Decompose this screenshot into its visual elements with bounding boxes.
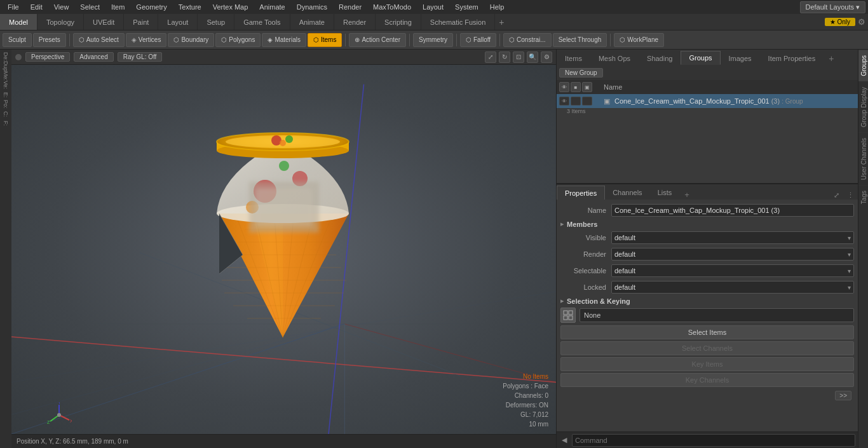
ray-gl-button[interactable]: Ray GL: Off: [118, 52, 163, 62]
tab-item-properties[interactable]: Item Properties: [760, 51, 824, 65]
materials-button[interactable]: ◈ Materials: [262, 33, 306, 47]
left-sidebar-icon-7[interactable]: C:: [1, 109, 11, 118]
select-items-button[interactable]: Select Items: [560, 325, 854, 339]
tab-settings-icon[interactable]: ⚙: [858, 17, 865, 27]
props-more-icon[interactable]: ⋮: [843, 191, 858, 200]
group-row-1[interactable]: 👁 ▣ Cone_Ice_Cream_with_Cap_Mockup_Tropi…: [557, 94, 858, 108]
key-channels-button[interactable]: Key Channels: [560, 373, 854, 387]
name-value[interactable]: Cone_Ice_Cream_with_Cap_Mockup_Tropic_00…: [611, 204, 854, 217]
command-input[interactable]: [572, 434, 855, 447]
scroll-chevron-btn[interactable]: >>: [835, 391, 851, 400]
workplane-button[interactable]: ⬡ WorkPlane: [614, 33, 664, 47]
tab-model[interactable]: Model: [0, 14, 37, 30]
viewport-icon-fit[interactable]: ⊡: [513, 51, 524, 63]
selectable-select[interactable]: default ▾: [611, 264, 854, 277]
menu-item-vertex-map[interactable]: Vertex Map: [208, 2, 254, 12]
action-center-button[interactable]: ⊕ Action Center: [349, 33, 406, 47]
menu-item-texture[interactable]: Texture: [173, 2, 207, 12]
menu-item-item[interactable]: Item: [106, 2, 130, 12]
props-tab-properties[interactable]: Properties: [557, 186, 605, 200]
presets-button[interactable]: Presets: [33, 33, 66, 47]
tab-schematic-fusion[interactable]: Schematic Fusion: [421, 14, 495, 30]
tab-plus[interactable]: +: [495, 17, 508, 27]
tab-paint[interactable]: Paint: [124, 14, 158, 30]
menu-item-system[interactable]: System: [450, 2, 484, 12]
selection-arrow[interactable]: ▸: [560, 297, 564, 305]
menu-item-animate[interactable]: Animate: [254, 2, 290, 12]
layout-dropdown[interactable]: Default Layouts ▾: [800, 1, 866, 13]
left-sidebar-icon-2[interactable]: Dup: [1, 62, 11, 71]
tab-scripting[interactable]: Scripting: [376, 14, 421, 30]
row-eye-icon[interactable]: 👁: [559, 97, 569, 105]
tab-animate[interactable]: Animate: [290, 14, 334, 30]
groups-lock-icon-header[interactable]: ▣: [582, 82, 592, 92]
tab-layout[interactable]: Layout: [158, 14, 198, 30]
new-group-button[interactable]: New Group: [559, 68, 603, 78]
viewport-icon-rotate[interactable]: ↻: [499, 51, 510, 63]
menu-item-geometry[interactable]: Geometry: [131, 2, 172, 12]
props-tab-plus[interactable]: +: [679, 190, 695, 200]
tab-plus[interactable]: +: [824, 53, 839, 64]
auto-select-button[interactable]: ⬡ Auto Select: [73, 33, 125, 47]
tab-topology[interactable]: Topology: [37, 14, 84, 30]
falloff-button[interactable]: ⬡ Falloff: [460, 33, 496, 47]
left-sidebar-icon-3[interactable]: Me:: [1, 71, 11, 80]
viewport-icon-settings[interactable]: ⚙: [541, 51, 552, 63]
tab-images[interactable]: Images: [721, 51, 760, 65]
menu-item-maxtomodo[interactable]: MaxToModo: [368, 2, 416, 12]
tab-items[interactable]: Items: [557, 51, 590, 65]
key-items-button[interactable]: Key Items: [560, 357, 854, 371]
vtab-tags[interactable]: Tags: [858, 185, 868, 209]
viewport-toggle-dot[interactable]: [15, 54, 22, 60]
props-expand-icon[interactable]: ⤢: [830, 191, 843, 200]
vtab-group-display[interactable]: Group Display: [858, 81, 868, 132]
props-tab-channels[interactable]: Channels: [605, 186, 649, 200]
select-through-button[interactable]: Select Through: [553, 33, 607, 47]
left-sidebar-icon-8[interactable]: F:: [1, 119, 11, 128]
polygons-button[interactable]: ⬡ Polygons: [215, 33, 261, 47]
tab-groups[interactable]: Groups: [681, 51, 720, 65]
render-select[interactable]: default ▾: [611, 248, 854, 261]
menu-item-view[interactable]: View: [49, 2, 74, 12]
tab-uvedit[interactable]: UVEdit: [84, 14, 124, 30]
select-channels-button[interactable]: Select Channels: [560, 341, 854, 355]
constraints-button[interactable]: ⬡ Constrai...: [503, 33, 552, 47]
menu-item-edit[interactable]: Edit: [25, 2, 48, 12]
row-sq2-icon[interactable]: [582, 97, 592, 105]
advanced-button[interactable]: Advanced: [74, 52, 113, 62]
tab-render[interactable]: Render: [334, 14, 376, 30]
menu-item-help[interactable]: Help: [485, 2, 510, 12]
left-sidebar-icon-5[interactable]: E:: [1, 90, 11, 99]
vertices-button[interactable]: ◈ Vertices: [126, 33, 167, 47]
props-tab-lists[interactable]: Lists: [650, 186, 680, 200]
command-left-arrow[interactable]: ◀: [559, 436, 569, 444]
symmetry-button[interactable]: Symmetry: [413, 33, 453, 47]
vtab-groups[interactable]: Groups: [858, 50, 868, 81]
groups-render-icon-header[interactable]: ■: [571, 82, 581, 92]
left-sidebar-icon-4[interactable]: Ve:: [1, 81, 11, 90]
items-button[interactable]: ⬡ Items: [308, 33, 342, 47]
tab-shading[interactable]: Shading: [639, 51, 681, 65]
left-sidebar-icon-6[interactable]: Po:: [1, 100, 11, 109]
visible-select[interactable]: default ▾: [611, 231, 854, 244]
groups-eye-icon-header[interactable]: 👁: [559, 82, 569, 92]
sculpt-button[interactable]: Sculpt: [3, 33, 32, 47]
tab-setup[interactable]: Setup: [198, 14, 234, 30]
locked-select[interactable]: default ▾: [611, 281, 854, 294]
vtab-user-channels[interactable]: User Channels: [858, 132, 868, 185]
tab-mesh-ops[interactable]: Mesh Ops: [590, 51, 639, 65]
viewport-icon-expand[interactable]: ⤢: [485, 51, 496, 63]
viewport-canvas[interactable]: No Items Polygons : Face Channels: 0 Def…: [11, 65, 556, 434]
tab-only-star[interactable]: ★ Only: [825, 18, 855, 26]
perspective-button[interactable]: Perspective: [25, 52, 70, 62]
tab-game-tools[interactable]: Game Tools: [234, 14, 290, 30]
row-sq1-icon[interactable]: [571, 97, 581, 105]
menu-item-layout[interactable]: Layout: [417, 2, 449, 12]
boundary-button[interactable]: ⬡ Boundary: [168, 33, 214, 47]
menu-item-file[interactable]: File: [3, 2, 24, 12]
viewport-icon-zoom[interactable]: 🔍: [527, 51, 538, 63]
members-arrow[interactable]: ▸: [560, 220, 564, 228]
menu-item-dynamics[interactable]: Dynamics: [292, 2, 332, 12]
menu-item-render[interactable]: Render: [334, 2, 367, 12]
left-sidebar-icon-1[interactable]: De:: [1, 52, 11, 61]
